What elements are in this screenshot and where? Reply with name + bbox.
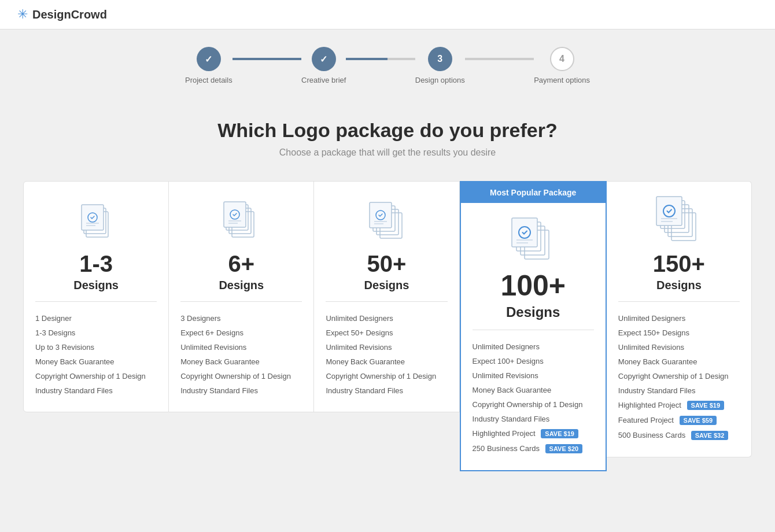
package-starter-count: 6+ xyxy=(180,251,302,276)
feature-item: Industry Standard Files xyxy=(618,383,740,398)
popular-badge: Most Popular Package xyxy=(461,182,606,203)
step-4: 4 Payment options xyxy=(534,47,590,84)
package-starter-divider xyxy=(180,301,302,302)
package-popular-features: Unlimited Designers Expect 100+ Designs … xyxy=(473,339,594,456)
feature-item: Industry Standard Files xyxy=(473,412,594,426)
package-starter-label: Designs xyxy=(180,279,302,292)
feature-item: Unlimited Revisions xyxy=(180,340,302,354)
feature-item: Copyright Ownership of 1 Design xyxy=(473,397,594,412)
steps-container: ✓ Project details ✓ Creative brief 3 Des… xyxy=(185,47,590,84)
feature-item: Expect 6+ Designs xyxy=(180,326,302,340)
feature-item: Industry Standard Files xyxy=(326,383,447,398)
package-standard-count: 50+ xyxy=(326,251,447,276)
step-4-num: 4 xyxy=(559,54,564,64)
logo-text: DesignCrowd xyxy=(32,8,107,21)
feature-item: Unlimited Designers xyxy=(326,311,447,326)
package-standard-features: Unlimited Designers Expect 50+ Designs U… xyxy=(326,311,447,398)
feature-item: Industry Standard Files xyxy=(180,383,302,398)
package-standard-divider xyxy=(326,301,447,302)
packages-container: 1-3 Designs 1 Designer 1-3 Designs Up to… xyxy=(23,181,752,471)
page-title: Which Logo package do you prefer? xyxy=(23,119,752,142)
package-premium-icon xyxy=(618,195,740,242)
save-badge: SAVE $32 xyxy=(691,431,729,440)
feature-item: Money Back Guarantee xyxy=(326,354,447,369)
connector-3 xyxy=(465,58,534,60)
save-badge: SAVE $19 xyxy=(541,429,578,438)
package-popular-count: 100+ xyxy=(473,270,594,302)
feature-item: Copyright Ownership of 1 Design xyxy=(618,369,740,383)
package-popular-divider xyxy=(473,330,594,330)
step-1-checkmark: ✓ xyxy=(205,54,212,65)
connector-2 xyxy=(346,58,415,60)
step-3: 3 Design options xyxy=(415,47,465,84)
step-2-checkmark: ✓ xyxy=(320,54,327,65)
extra-item-2: 500 Business Cards SAVE $32 xyxy=(618,428,740,443)
package-starter-icon xyxy=(180,195,302,242)
feature-item: Copyright Ownership of 1 Design xyxy=(326,369,447,383)
logo-icon: ✳ xyxy=(17,7,28,22)
feature-item: Money Back Guarantee xyxy=(180,354,302,369)
save-badge: SAVE $59 xyxy=(680,416,717,425)
package-basic-features: 1 Designer 1-3 Designs Up to 3 Revisions… xyxy=(35,311,157,398)
feature-item: Copyright Ownership of 1 Design xyxy=(35,369,157,383)
feature-item: 3 Designers xyxy=(180,311,302,326)
package-basic-icon xyxy=(35,195,157,242)
feature-item: Expect 50+ Designs xyxy=(326,326,447,340)
save-badge: SAVE $20 xyxy=(545,444,583,453)
package-popular-icon xyxy=(473,215,594,261)
feature-item: Expect 150+ Designs xyxy=(618,326,740,340)
page-subtitle: Choose a package that will get the resul… xyxy=(23,147,752,158)
package-premium-features: Unlimited Designers Expect 150+ Designs … xyxy=(618,311,740,443)
feature-item: 1-3 Designs xyxy=(35,326,157,340)
package-standard-label: Designs xyxy=(326,279,447,292)
package-basic-label: Designs xyxy=(35,279,157,292)
step-4-label: Payment options xyxy=(534,76,590,84)
package-premium-count: 150+ xyxy=(618,251,740,276)
main-content: Which Logo package do you prefer? Choose… xyxy=(12,96,763,494)
extra-item-1: Featured Project SAVE $59 xyxy=(618,413,740,428)
logo: ✳ DesignCrowd xyxy=(17,7,107,22)
package-standard-icon xyxy=(326,195,447,242)
step-1-circle: ✓ xyxy=(197,47,221,71)
feature-item: Unlimited Designers xyxy=(618,311,740,326)
feature-item: Money Back Guarantee xyxy=(618,354,740,369)
extra-item-0: Highlighted Project SAVE $19 xyxy=(473,426,594,441)
package-premium[interactable]: 150+ Designs Unlimited Designers Expect … xyxy=(607,181,752,457)
feature-item: Up to 3 Revisions xyxy=(35,340,157,354)
feature-item: Money Back Guarantee xyxy=(473,383,594,397)
header: ✳ DesignCrowd xyxy=(0,0,775,29)
step-3-label: Design options xyxy=(415,76,465,84)
feature-item: Industry Standard Files xyxy=(35,383,157,398)
package-standard[interactable]: 50+ Designs Unlimited Designers Expect 5… xyxy=(314,181,459,412)
feature-item: Unlimited Revisions xyxy=(326,340,447,354)
step-2-label: Creative brief xyxy=(301,76,346,84)
step-2: ✓ Creative brief xyxy=(301,47,346,84)
feature-item: Expect 100+ Designs xyxy=(473,354,594,368)
step-1-label: Project details xyxy=(185,76,232,84)
feature-item: 1 Designer xyxy=(35,311,157,326)
step-3-circle: 3 xyxy=(428,47,452,71)
package-basic[interactable]: 1-3 Designs 1 Designer 1-3 Designs Up to… xyxy=(23,181,169,412)
feature-item: Copyright Ownership of 1 Design xyxy=(180,369,302,383)
save-badge: SAVE $19 xyxy=(687,401,725,410)
package-premium-divider xyxy=(618,301,740,302)
package-starter[interactable]: 6+ Designs 3 Designers Expect 6+ Designs… xyxy=(169,181,314,412)
package-premium-label: Designs xyxy=(618,279,740,292)
extra-item-0: Highlighted Project SAVE $19 xyxy=(618,398,740,413)
feature-item: Unlimited Revisions xyxy=(473,368,594,383)
feature-item: Money Back Guarantee xyxy=(35,354,157,369)
package-basic-count: 1-3 xyxy=(35,251,157,276)
step-4-circle: 4 xyxy=(550,47,574,71)
step-3-num: 3 xyxy=(437,54,442,64)
package-popular[interactable]: Most Popular Package 100+ Desi xyxy=(460,181,607,471)
package-basic-divider xyxy=(35,301,157,302)
feature-item: Unlimited Designers xyxy=(473,339,594,354)
extra-item-1: 250 Business Cards SAVE $20 xyxy=(473,441,594,456)
step-1: ✓ Project details xyxy=(185,47,232,84)
progress-bar: ✓ Project details ✓ Creative brief 3 Des… xyxy=(0,29,775,96)
step-2-circle: ✓ xyxy=(312,47,336,71)
feature-item: Unlimited Revisions xyxy=(618,340,740,354)
package-starter-features: 3 Designers Expect 6+ Designs Unlimited … xyxy=(180,311,302,398)
connector-1 xyxy=(232,58,301,60)
package-popular-label: Designs xyxy=(473,304,594,320)
